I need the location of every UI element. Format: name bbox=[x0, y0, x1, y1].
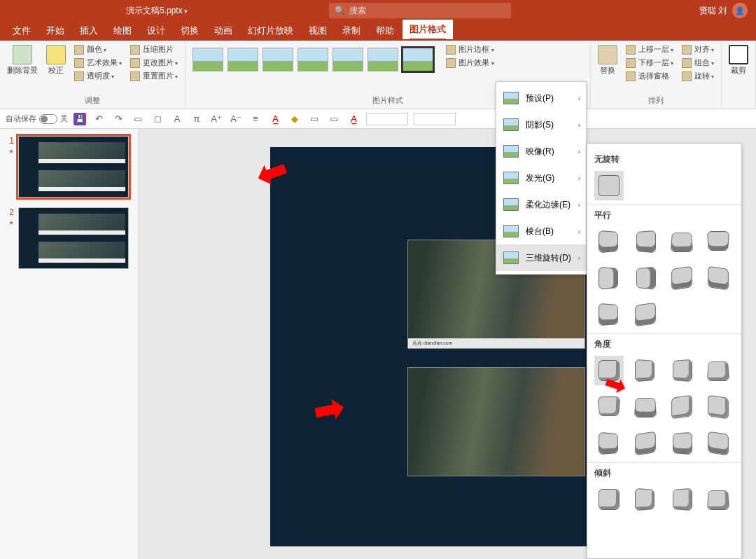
qat-btn-4[interactable]: π bbox=[190, 112, 204, 126]
undo-button[interactable]: ↶ bbox=[92, 112, 106, 126]
style-thumb-4[interactable] bbox=[298, 48, 328, 71]
send-backward-button[interactable]: 下移一层 bbox=[623, 57, 676, 69]
fx-3d-rotation[interactable]: 三维旋转(D)› bbox=[496, 244, 586, 271]
rot-persp-12[interactable] bbox=[704, 429, 733, 458]
transparency-icon bbox=[74, 71, 84, 81]
qat-btn-11[interactable]: ▭ bbox=[327, 112, 341, 126]
rot-oblique-1[interactable] bbox=[594, 485, 624, 514]
rotate-icon bbox=[682, 71, 692, 81]
reset-picture-button[interactable]: 重置图片 bbox=[127, 70, 181, 82]
rot-parallel-7[interactable] bbox=[667, 263, 696, 293]
qat-btn-13[interactable] bbox=[366, 113, 408, 125]
qat-btn-8[interactable]: A̲ bbox=[268, 112, 282, 126]
crop-button[interactable]: 裁剪 bbox=[726, 43, 751, 76]
corrections-button[interactable]: 校正 bbox=[43, 43, 69, 76]
rot-oblique-3[interactable] bbox=[667, 485, 696, 514]
search-box[interactable]: 🔍 搜索 bbox=[329, 3, 511, 18]
tab-view[interactable]: 视图 bbox=[302, 21, 334, 41]
qat-btn-5[interactable]: A⁺ bbox=[209, 112, 223, 126]
rot-persp-3[interactable] bbox=[667, 356, 696, 385]
tab-design[interactable]: 设计 bbox=[140, 21, 172, 41]
rot-parallel-2[interactable] bbox=[631, 227, 660, 256]
autosave-toggle[interactable]: 自动保存 关 bbox=[6, 113, 68, 124]
tab-transitions[interactable]: 切换 bbox=[174, 21, 206, 41]
rot-persp-11[interactable] bbox=[667, 429, 696, 458]
rotate-button[interactable]: 旋转 bbox=[679, 70, 717, 82]
rot-parallel-8[interactable] bbox=[704, 263, 733, 293]
rot-parallel-5[interactable] bbox=[594, 263, 624, 293]
tab-file[interactable]: 文件 bbox=[6, 21, 38, 41]
transparency-button[interactable]: 透明度 bbox=[71, 70, 125, 82]
tab-picture-format[interactable]: 图片格式 bbox=[402, 20, 453, 41]
tab-insert[interactable]: 插入 bbox=[73, 21, 105, 41]
thumbnail-2[interactable]: 2★ bbox=[4, 207, 134, 269]
user-area[interactable]: 贤聪 刘 👤 bbox=[699, 3, 748, 18]
rot-parallel-3[interactable] bbox=[667, 227, 696, 256]
remove-background-button[interactable]: 删除背景 bbox=[4, 43, 41, 76]
fx-reflection[interactable]: 映像(R)› bbox=[496, 138, 586, 165]
rotation-none[interactable] bbox=[594, 171, 624, 200]
tab-home[interactable]: 开始 bbox=[39, 21, 71, 41]
thumbnail-1[interactable]: 1★ bbox=[4, 136, 134, 198]
rot-persp-2[interactable] bbox=[631, 356, 660, 385]
user-avatar-icon[interactable]: 👤 bbox=[732, 3, 748, 18]
rot-persp-10[interactable] bbox=[631, 429, 660, 458]
picture-styles-gallery[interactable] bbox=[190, 43, 436, 76]
picture-border-button[interactable]: 图片边框 bbox=[443, 43, 496, 55]
qat-btn-10[interactable]: ▭ bbox=[307, 112, 321, 126]
tab-slideshow[interactable]: 幻灯片放映 bbox=[241, 21, 300, 41]
document-title[interactable]: 演示文稿5.pptx bbox=[126, 5, 188, 17]
rot-persp-9[interactable] bbox=[594, 429, 624, 458]
rot-parallel-4[interactable] bbox=[704, 227, 733, 256]
rot-parallel-9[interactable] bbox=[594, 300, 624, 329]
qat-btn-3[interactable]: A bbox=[170, 112, 184, 126]
bring-forward-button[interactable]: 上移一层 bbox=[623, 43, 676, 55]
fx-soft-edges[interactable]: 柔化边缘(E)› bbox=[496, 191, 586, 218]
rot-oblique-4[interactable] bbox=[704, 485, 733, 514]
artistic-effects-button[interactable]: 艺术效果 bbox=[71, 57, 125, 69]
tab-draw[interactable]: 绘图 bbox=[106, 21, 139, 41]
rot-persp-7[interactable] bbox=[667, 392, 696, 422]
rot-persp-5[interactable] bbox=[594, 392, 624, 422]
align-button[interactable]: 对齐 bbox=[679, 43, 717, 55]
qat-btn-6[interactable]: A⁻ bbox=[229, 112, 243, 126]
qat-btn-1[interactable]: ▭ bbox=[131, 112, 145, 126]
tab-record[interactable]: 录制 bbox=[335, 21, 368, 41]
rot-persp-4[interactable] bbox=[704, 356, 733, 385]
fx-preset[interactable]: 预设(P)› bbox=[496, 85, 586, 111]
replace-button[interactable]: 替换 bbox=[595, 43, 620, 76]
rot-persp-1[interactable] bbox=[594, 356, 624, 385]
tab-animations[interactable]: 动画 bbox=[207, 21, 239, 41]
rot-parallel-1[interactable] bbox=[594, 227, 624, 256]
style-thumb-1[interactable] bbox=[192, 48, 223, 71]
rot-persp-6[interactable] bbox=[631, 392, 660, 422]
chevron-right-icon: › bbox=[578, 228, 580, 235]
selection-pane-button[interactable]: 选择窗格 bbox=[623, 70, 676, 82]
rot-oblique-2[interactable] bbox=[631, 485, 660, 514]
rot-persp-8[interactable] bbox=[704, 392, 733, 422]
redo-button[interactable]: ↷ bbox=[111, 112, 125, 126]
qat-btn-14[interactable] bbox=[414, 113, 456, 125]
rot-parallel-10[interactable] bbox=[631, 300, 660, 329]
group-button[interactable]: 组合 bbox=[679, 57, 717, 69]
qat-btn-2[interactable]: ◻ bbox=[150, 112, 164, 126]
save-button[interactable]: 💾 bbox=[74, 113, 86, 125]
style-thumb-3[interactable] bbox=[262, 48, 293, 71]
style-thumb-6[interactable] bbox=[368, 48, 398, 71]
picture-bottom[interactable] bbox=[407, 367, 585, 476]
qat-btn-9[interactable]: ◆ bbox=[288, 112, 302, 126]
fx-glow[interactable]: 发光(G)› bbox=[496, 165, 586, 191]
qat-btn-12[interactable]: A̲ bbox=[346, 112, 360, 126]
tab-help[interactable]: 帮助 bbox=[369, 21, 401, 41]
qat-btn-7[interactable]: ≡ bbox=[248, 112, 262, 126]
picture-effects-button[interactable]: 图片效果 bbox=[443, 57, 496, 69]
rot-parallel-6[interactable] bbox=[631, 263, 660, 293]
fx-shadow[interactable]: 阴影(S)› bbox=[496, 111, 586, 138]
style-thumb-7[interactable] bbox=[402, 48, 433, 71]
style-thumb-5[interactable] bbox=[332, 48, 363, 71]
compress-pictures-button[interactable]: 压缩图片 bbox=[127, 43, 181, 55]
change-picture-button[interactable]: 更改图片 bbox=[127, 57, 181, 69]
style-thumb-2[interactable] bbox=[227, 48, 258, 71]
fx-bevel[interactable]: 棱台(B)› bbox=[496, 218, 586, 244]
color-button[interactable]: 颜色 bbox=[71, 43, 125, 55]
